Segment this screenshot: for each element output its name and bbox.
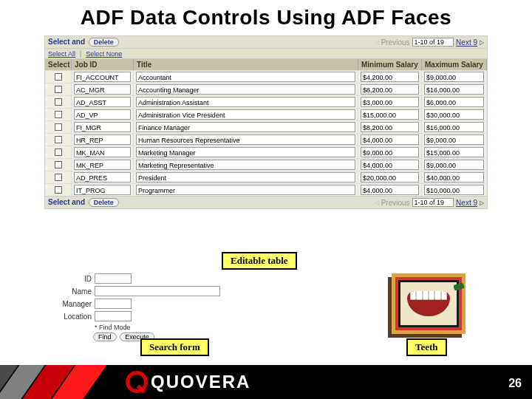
cell-job-id[interactable]: MK_REP [74, 160, 131, 170]
cell-max-salary[interactable]: $30,000.00 [424, 109, 484, 120]
find-mode-label: * Find Mode [95, 324, 220, 331]
cell-job-id[interactable]: FI_ACCOUNT [74, 72, 131, 82]
col-select: Select [45, 59, 72, 70]
select-and-label-bottom: Select and [48, 198, 85, 206]
label-id: ID [52, 275, 95, 283]
cell-max-salary[interactable]: $9,000.00 [424, 160, 484, 170]
row-checkbox[interactable] [55, 98, 62, 106]
cell-title[interactable]: Programmer [136, 185, 355, 195]
row-checkbox[interactable] [55, 174, 62, 181]
cell-max-salary[interactable]: $16,000.00 [424, 122, 484, 132]
cell-job-id[interactable]: FI_MGR [74, 122, 131, 132]
row-checkbox[interactable] [55, 149, 62, 156]
label-name: Name [52, 287, 95, 296]
find-button[interactable]: Find [93, 332, 117, 341]
teeth-image [392, 273, 466, 334]
cell-title[interactable]: Administration Assistant [136, 97, 355, 107]
select-all-link[interactable]: Select All [48, 50, 75, 58]
cell-job-id[interactable]: AC_MGR [74, 84, 131, 95]
table-row: IT_PROGProgrammer$4,000.00$10,000.00 [45, 183, 487, 196]
cell-title[interactable]: Human Resources Representative [136, 134, 355, 145]
next-link[interactable]: Next 9 [456, 38, 477, 47]
cell-title[interactable]: Marketing Representative [136, 160, 355, 170]
cell-job-id[interactable]: AD_PRES [74, 172, 131, 183]
cell-max-salary[interactable]: $9,000.00 [424, 134, 484, 145]
table-header: Select Job ID Title Minimum Salary Maxim… [45, 59, 487, 70]
cell-max-salary[interactable]: $16,000.00 [424, 84, 484, 95]
footer-stripes [0, 365, 133, 399]
label-location: Location [52, 313, 95, 321]
cell-min-salary[interactable]: $4,000.00 [361, 134, 419, 145]
cell-min-salary[interactable]: $8,200.00 [361, 84, 419, 95]
cell-job-id[interactable]: AD_VP [74, 109, 131, 120]
cell-job-id[interactable]: MK_MAN [74, 147, 131, 157]
cell-title[interactable]: President [136, 172, 355, 183]
table-row: MK_REPMarketing Representative$4,000.00$… [45, 158, 487, 171]
cell-min-salary[interactable]: $4,200.00 [361, 72, 419, 82]
toolbar-bottom: Select and Delete ◁ Previous 1-10 of 19 … [45, 196, 487, 208]
next-link-bottom[interactable]: Next 9 [456, 199, 477, 207]
footer: QUOVERA 26 [0, 365, 532, 399]
cell-job-id[interactable]: IT_PROG [74, 185, 131, 195]
delete-button[interactable]: Delete [89, 38, 119, 47]
callout-teeth: Teeth [406, 338, 447, 356]
input-manager[interactable] [95, 299, 132, 309]
select-and-label: Select and [48, 38, 85, 46]
label-manager: Manager [52, 300, 95, 308]
cell-max-salary[interactable]: $10,000.00 [424, 185, 484, 195]
prev-icon-bottom: ◁ [375, 200, 379, 206]
table-row: AD_PRESPresident$20,000.00$40,000.00 [45, 171, 487, 183]
row-checkbox[interactable] [55, 73, 62, 81]
next-icon-bottom[interactable]: ▷ [480, 200, 484, 206]
cell-min-salary[interactable]: $20,000.00 [361, 172, 419, 183]
cell-min-salary[interactable]: $4,000.00 [361, 160, 419, 170]
cell-max-salary[interactable]: $40,000.00 [424, 172, 484, 183]
search-form: ID Name Manager Location * Find Mode Fin… [52, 273, 220, 341]
toolbar-top: Select and Delete ◁ Previous 1-10 of 19 … [45, 36, 487, 49]
table-row: AC_MGRAccounting Manager$8,200.00$16,000… [45, 83, 487, 95]
table-row: FI_MGRFinance Manager$8,200.00$16,000.00 [45, 120, 487, 133]
row-checkbox[interactable] [55, 136, 62, 143]
previous-link-bottom: Previous [381, 199, 410, 207]
next-icon[interactable]: ▷ [480, 39, 484, 46]
select-none-link[interactable]: Select None [86, 50, 122, 58]
editable-table: Select and Delete ◁ Previous 1-10 of 19 … [44, 35, 488, 209]
row-checkbox[interactable] [55, 186, 62, 194]
cell-min-salary[interactable]: $15,000.00 [361, 109, 419, 120]
cell-max-salary[interactable]: $9,000.00 [424, 72, 484, 82]
pager-select[interactable]: 1-10 of 19 [412, 38, 454, 47]
cell-title[interactable]: Accountant [136, 72, 355, 82]
cell-min-salary[interactable]: $4,000.00 [361, 185, 419, 195]
select-links-row: Select All | Select None [45, 49, 487, 59]
cell-job-id[interactable]: HR_REP [74, 134, 131, 145]
prev-icon: ◁ [375, 39, 379, 46]
pager-select-bottom[interactable]: 1-10 of 19 [412, 198, 454, 207]
col-title: Title [134, 59, 358, 70]
cell-min-salary[interactable]: $3,000.00 [361, 97, 419, 107]
cell-title[interactable]: Marketing Manager [136, 147, 355, 157]
delete-button-bottom[interactable]: Delete [89, 198, 119, 207]
cell-min-salary[interactable]: $8,200.00 [361, 122, 419, 132]
input-id[interactable] [95, 273, 132, 284]
cell-min-salary[interactable]: $9,000.00 [361, 147, 419, 157]
row-checkbox[interactable] [55, 111, 62, 118]
input-name[interactable] [95, 286, 220, 296]
row-checkbox[interactable] [55, 123, 62, 131]
table-row: MK_MANMarketing Manager$9,000.00$15,000.… [45, 146, 487, 158]
table-row: AD_VPAdministration Vice President$15,00… [45, 108, 487, 120]
logo-text: QUOVERA [151, 372, 250, 392]
col-max: Maximum Salary [422, 59, 487, 70]
col-min: Minimum Salary [358, 59, 422, 70]
cell-title[interactable]: Administration Vice President [136, 109, 355, 120]
slide-title: ADF Data Controls Using ADF Faces [0, 0, 532, 35]
mouth-icon [407, 291, 450, 316]
row-checkbox[interactable] [55, 86, 62, 93]
cell-max-salary[interactable]: $15,000.00 [424, 147, 484, 157]
row-checkbox[interactable] [55, 161, 62, 168]
table-row: AD_ASSTAdministration Assistant$3,000.00… [45, 95, 487, 108]
cell-max-salary[interactable]: $6,000.00 [424, 97, 484, 107]
input-location[interactable] [95, 311, 132, 321]
cell-title[interactable]: Accounting Manager [136, 84, 355, 95]
cell-title[interactable]: Finance Manager [136, 122, 355, 132]
cell-job-id[interactable]: AD_ASST [74, 97, 131, 107]
